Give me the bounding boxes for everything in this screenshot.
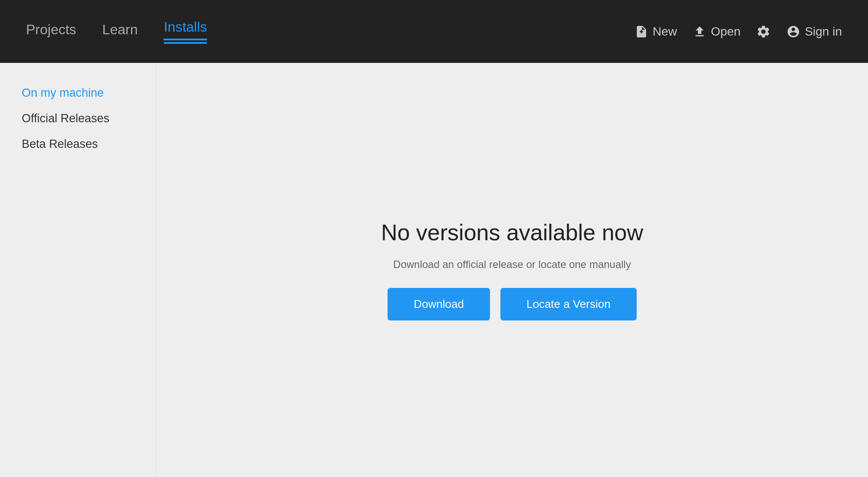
content-area: No versions available now Download an of… bbox=[156, 63, 868, 477]
app-header: Projects Learn Installs New Open bbox=[0, 0, 868, 63]
open-icon bbox=[693, 25, 707, 39]
download-button[interactable]: Download bbox=[388, 288, 490, 320]
account-icon bbox=[786, 25, 800, 39]
nav-item-projects[interactable]: Projects bbox=[26, 22, 76, 41]
header-actions: New Open Sign in bbox=[635, 24, 842, 39]
settings-button[interactable] bbox=[756, 24, 771, 39]
sidebar: On my machine Official Releases Beta Rel… bbox=[0, 63, 156, 477]
open-button[interactable]: Open bbox=[693, 25, 741, 39]
new-button[interactable]: New bbox=[635, 25, 677, 39]
new-button-label: New bbox=[653, 25, 677, 39]
nav-item-installs[interactable]: Installs bbox=[164, 19, 207, 40]
sign-in-button[interactable]: Sign in bbox=[786, 25, 842, 39]
empty-state-title: No versions available now bbox=[381, 219, 643, 245]
empty-state: No versions available now Download an of… bbox=[381, 219, 643, 320]
open-button-label: Open bbox=[711, 25, 741, 39]
main-container: On my machine Official Releases Beta Rel… bbox=[0, 63, 868, 477]
sidebar-item-beta-releases[interactable]: Beta Releases bbox=[22, 131, 134, 157]
empty-state-buttons: Download Locate a Version bbox=[388, 288, 636, 320]
new-icon bbox=[635, 25, 648, 39]
nav-item-learn[interactable]: Learn bbox=[102, 22, 138, 41]
sidebar-item-official-releases[interactable]: Official Releases bbox=[22, 106, 134, 131]
empty-state-subtitle: Download an official release or locate o… bbox=[393, 258, 631, 271]
main-nav: Projects Learn Installs bbox=[26, 19, 635, 44]
sidebar-item-on-my-machine[interactable]: On my machine bbox=[22, 80, 134, 106]
gear-icon bbox=[756, 24, 771, 39]
locate-version-button[interactable]: Locate a Version bbox=[500, 288, 637, 320]
sign-in-label: Sign in bbox=[805, 25, 842, 39]
nav-active-indicator bbox=[164, 42, 207, 44]
